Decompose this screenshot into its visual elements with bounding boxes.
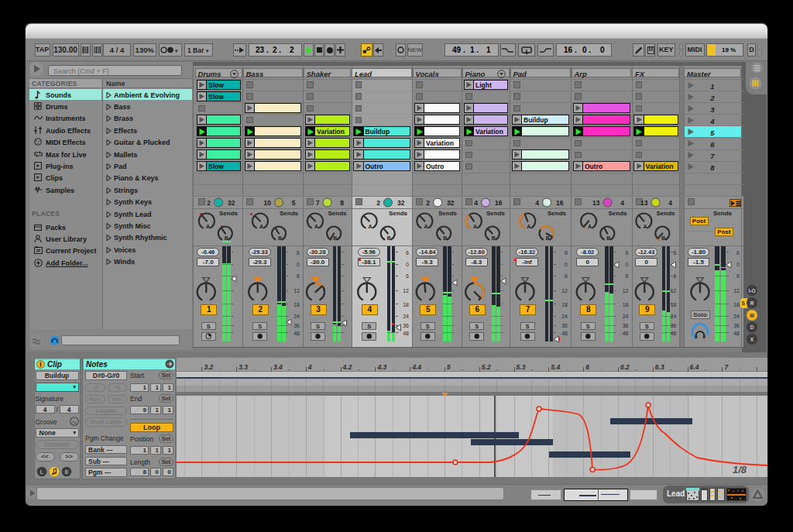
svg-text:X: X <box>750 337 754 342</box>
svg-text:B: B <box>546 235 550 241</box>
svg-text:I-O: I-O <box>748 288 755 293</box>
svg-text:A: A <box>527 224 530 229</box>
svg-text:B: B <box>492 235 496 241</box>
svg-text:B: B <box>333 235 337 241</box>
svg-text:B: B <box>225 235 228 241</box>
svg-text:B: B <box>606 235 610 241</box>
svg-text:A: A <box>473 224 477 229</box>
svg-text:S: S <box>741 300 745 306</box>
svg-text:A: A <box>424 224 427 229</box>
svg-text:B: B <box>443 235 447 241</box>
svg-text:A: A <box>643 224 647 229</box>
svg-text:R: R <box>750 300 754 306</box>
svg-text:A: A <box>314 224 318 229</box>
svg-text:A: A <box>259 224 263 229</box>
svg-text:B: B <box>387 235 391 241</box>
svg-text:B: B <box>278 235 282 241</box>
svg-text:B: B <box>661 235 665 241</box>
svg-text:D: D <box>750 324 754 330</box>
svg-text:A: A <box>369 224 372 229</box>
svg-text:A: A <box>588 224 592 229</box>
svg-text:A: A <box>206 224 210 229</box>
svg-text:M: M <box>750 313 754 318</box>
